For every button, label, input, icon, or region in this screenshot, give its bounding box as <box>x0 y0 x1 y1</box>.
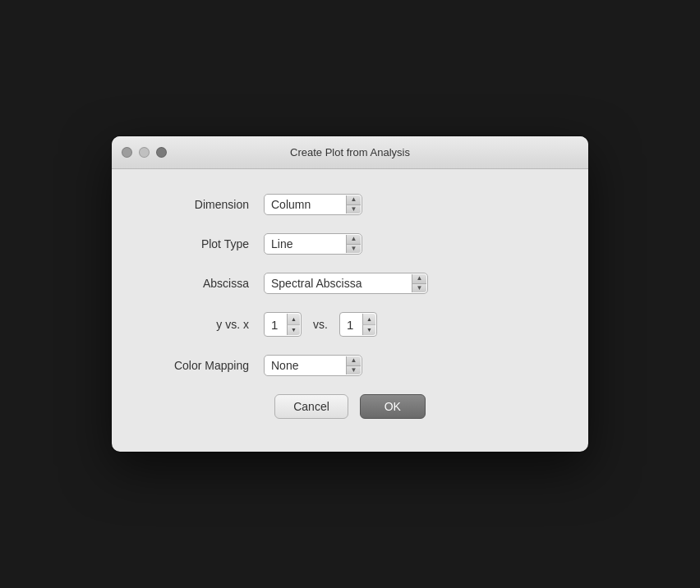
traffic-lights <box>122 147 167 158</box>
y-decrement-button[interactable]: ▼ <box>287 325 300 336</box>
window-title: Create Plot from Analysis <box>290 146 410 158</box>
abscissa-select[interactable]: Spectral Abscissa Index Time <box>264 273 428 294</box>
dimension-select-wrapper: Column Row ▲ ▼ <box>264 194 362 215</box>
plot-type-control: Line Bar Scatter ▲ ▼ <box>264 233 362 255</box>
abscissa-select-wrapper: Spectral Abscissa Index Time ▲ ▼ <box>264 273 428 294</box>
x-decrement-button[interactable]: ▼ <box>362 325 375 336</box>
y-vs-x-row: y vs. x ▲ ▼ vs. ▲ ▼ <box>145 312 555 337</box>
color-mapping-control: None Gradient Categorical ▲ ▼ <box>264 355 362 376</box>
buttons-row: Cancel OK <box>145 394 555 427</box>
maximize-button[interactable] <box>156 147 167 158</box>
minimize-button[interactable] <box>139 147 150 158</box>
y-increment-button[interactable]: ▲ <box>287 314 300 325</box>
vs-label: vs. <box>313 318 328 331</box>
close-button[interactable] <box>122 147 132 158</box>
plot-type-label: Plot Type <box>145 237 264 250</box>
y-vs-x-control: ▲ ▼ vs. ▲ ▼ <box>264 312 377 337</box>
ok-button[interactable]: OK <box>360 394 426 419</box>
form-content: Dimension Column Row ▲ ▼ Plot Type <box>112 169 588 452</box>
plot-type-select-wrapper: Line Bar Scatter ▲ ▼ <box>264 233 362 255</box>
plot-type-row: Plot Type Line Bar Scatter ▲ ▼ <box>145 233 555 255</box>
abscissa-row: Abscissa Spectral Abscissa Index Time ▲ … <box>145 273 555 294</box>
x-spinner-buttons: ▲ ▼ <box>362 314 375 335</box>
y-vs-x-label: y vs. x <box>145 318 264 331</box>
plot-type-select[interactable]: Line Bar Scatter <box>264 233 362 255</box>
color-mapping-select-wrapper: None Gradient Categorical ▲ ▼ <box>264 355 362 376</box>
y-spinner-wrapper: ▲ ▼ <box>264 312 302 337</box>
dimension-row: Dimension Column Row ▲ ▼ <box>145 194 555 215</box>
dimension-label: Dimension <box>145 198 264 211</box>
abscissa-control: Spectral Abscissa Index Time ▲ ▼ <box>264 273 428 294</box>
main-window: Create Plot from Analysis Dimension Colu… <box>112 136 588 452</box>
cancel-button[interactable]: Cancel <box>274 394 348 419</box>
color-mapping-label: Color Mapping <box>145 359 264 372</box>
dimension-select[interactable]: Column Row <box>264 194 362 215</box>
color-mapping-row: Color Mapping None Gradient Categorical … <box>145 355 555 376</box>
y-spinner-buttons: ▲ ▼ <box>287 314 300 335</box>
x-increment-button[interactable]: ▲ <box>362 314 375 325</box>
x-spinner-wrapper: ▲ ▼ <box>339 312 377 337</box>
color-mapping-select[interactable]: None Gradient Categorical <box>264 355 362 376</box>
dimension-control: Column Row ▲ ▼ <box>264 194 362 215</box>
titlebar: Create Plot from Analysis <box>112 136 588 169</box>
abscissa-label: Abscissa <box>145 277 264 290</box>
